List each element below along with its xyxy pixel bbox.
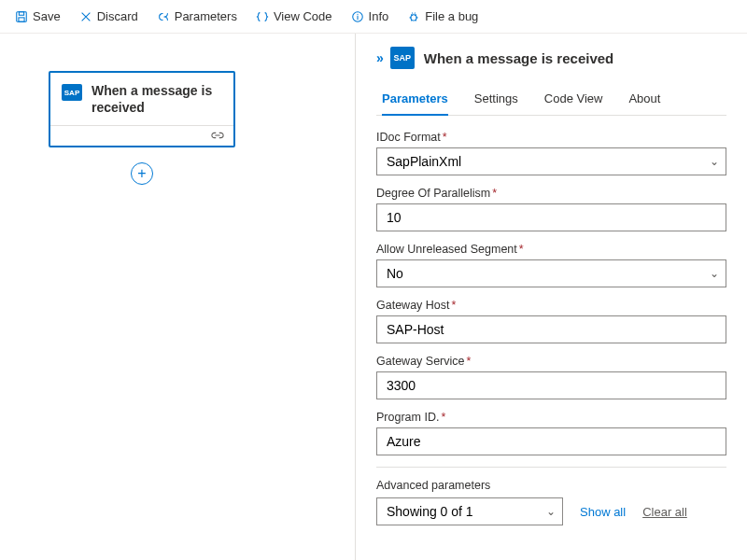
discard-icon — [79, 10, 92, 23]
parameters-icon — [157, 10, 170, 23]
workspace: SAP When a message is received + » SAP W… — [0, 34, 747, 560]
trigger-node-footer — [50, 125, 233, 146]
gateway-host-input[interactable] — [376, 315, 726, 343]
file-bug-button[interactable]: File a bug — [398, 0, 487, 33]
file-bug-label: File a bug — [425, 9, 478, 23]
advanced-parameters-section: Advanced parameters ⌄ Show all Clear all — [376, 467, 726, 525]
sap-icon: SAP — [62, 84, 82, 101]
tab-parameters[interactable]: Parameters — [382, 84, 448, 115]
field-program-id: Program ID.* — [376, 411, 726, 455]
properties-panel: » SAP When a message is received Paramet… — [355, 34, 747, 560]
designer-canvas[interactable]: SAP When a message is received + — [0, 34, 355, 560]
save-icon — [15, 10, 28, 23]
toolbar: Save Discard Parameters View Code Info F… — [0, 0, 747, 34]
degree-of-parallelism-input[interactable] — [376, 203, 726, 231]
discard-label: Discard — [97, 9, 138, 23]
svg-rect-2 — [19, 17, 24, 21]
tab-code-view[interactable]: Code View — [544, 84, 603, 115]
program-id-label: Program ID.* — [376, 411, 726, 424]
tab-about[interactable]: About — [628, 84, 660, 115]
sap-icon: SAP — [390, 47, 415, 69]
gateway-service-label: Gateway Service* — [376, 355, 726, 368]
idoc-format-select[interactable] — [376, 147, 726, 175]
parameters-label: Parameters — [175, 9, 237, 23]
save-button[interactable]: Save — [6, 0, 70, 33]
advanced-parameters-select[interactable] — [376, 497, 563, 525]
info-button[interactable]: Info — [342, 0, 399, 33]
add-step-button[interactable]: + — [131, 162, 153, 185]
field-degree-of-parallelism: Degree Of Parallelism* — [376, 187, 726, 231]
svg-rect-1 — [19, 11, 23, 15]
panel-title: When a message is received — [424, 50, 613, 66]
trigger-node-title: When a message is received — [92, 82, 220, 116]
advanced-parameters-label: Advanced parameters — [376, 479, 726, 492]
bug-icon — [407, 10, 420, 23]
panel-tabs: Parameters Settings Code View About — [376, 84, 726, 116]
program-id-input[interactable] — [376, 427, 726, 455]
field-gateway-host: Gateway Host* — [376, 299, 726, 343]
collapse-panel-icon[interactable]: » — [376, 50, 381, 65]
link-icon — [211, 129, 224, 143]
gateway-host-label: Gateway Host* — [376, 299, 726, 312]
view-code-button[interactable]: View Code — [247, 0, 342, 33]
idoc-format-label: IDoc Format* — [376, 131, 726, 144]
clear-all-link[interactable]: Clear all — [642, 505, 687, 519]
svg-rect-0 — [17, 11, 27, 21]
info-label: Info — [369, 9, 389, 23]
discard-button[interactable]: Discard — [70, 0, 148, 33]
parameters-button[interactable]: Parameters — [148, 0, 247, 33]
degree-of-parallelism-label: Degree Of Parallelism* — [376, 187, 726, 200]
allow-unreleased-segment-select[interactable] — [376, 259, 726, 287]
tab-settings[interactable]: Settings — [474, 84, 518, 115]
field-allow-unreleased-segment: Allow Unreleased Segment* ⌄ — [376, 243, 726, 287]
trigger-node-header: SAP When a message is received — [50, 73, 233, 125]
allow-unreleased-segment-label: Allow Unreleased Segment* — [376, 243, 726, 256]
save-label: Save — [33, 9, 61, 23]
view-code-label: View Code — [274, 9, 332, 23]
field-gateway-service: Gateway Service* — [376, 355, 726, 399]
view-code-icon — [256, 10, 269, 23]
field-idoc-format: IDoc Format* ⌄ — [376, 131, 726, 175]
add-step-wrapper: + — [49, 162, 235, 185]
panel-header: » SAP When a message is received — [376, 47, 726, 69]
info-icon — [351, 10, 364, 23]
trigger-node[interactable]: SAP When a message is received — [49, 71, 235, 147]
show-all-link[interactable]: Show all — [580, 505, 626, 519]
gateway-service-input[interactable] — [376, 371, 726, 399]
